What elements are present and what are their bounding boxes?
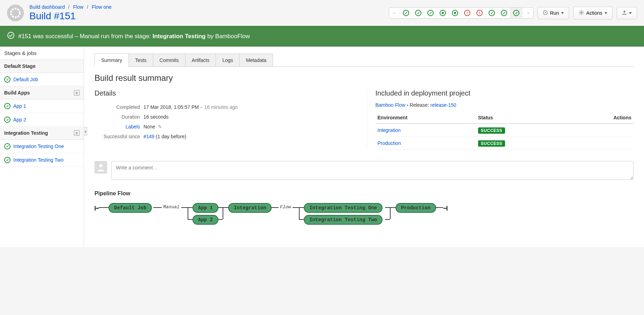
pipeline-end-icon: ⊣ — [443, 204, 448, 212]
sidebar-stage-label: Integration Testing — [4, 130, 48, 136]
col-actions: Actions — [568, 112, 634, 124]
breadcrumb-item-1[interactable]: Flow — [73, 4, 84, 10]
build-nav-item-9[interactable] — [498, 8, 510, 18]
env-link[interactable]: Production — [378, 140, 401, 146]
build-nav-item-2[interactable] — [412, 8, 425, 18]
node-app2[interactable]: App 2 — [192, 215, 218, 225]
build-nav-item-11[interactable]: → — [523, 8, 533, 18]
build-nav-item-3[interactable] — [425, 8, 437, 18]
col-environment: Environment — [376, 112, 476, 124]
svg-line-9 — [583, 14, 583, 14]
success-icon — [4, 157, 10, 163]
deployment-project-link[interactable]: Bamboo Flow — [376, 102, 406, 108]
arrow-right-icon: → — [525, 10, 530, 16]
run-button[interactable]: Run — [538, 7, 569, 19]
since-build-link[interactable]: #149 — [144, 134, 154, 139]
tab-logs[interactable]: Logs — [216, 54, 239, 66]
label-flow: Flow — [280, 204, 291, 210]
failed-icon — [476, 10, 483, 16]
build-nav-item-8[interactable] — [486, 8, 498, 18]
deployment-release-link[interactable]: release-150 — [430, 102, 456, 108]
build-history-nav: ←→ — [389, 7, 533, 19]
success-icon — [489, 10, 495, 16]
label-manual: Manual — [163, 204, 180, 210]
duration-value: 16 seconds — [144, 114, 353, 120]
duration-label: Duration — [94, 114, 144, 120]
sidebar-job-1-1[interactable]: App 2 — [0, 113, 84, 127]
svg-point-12 — [8, 32, 14, 38]
page-header: Build dashboard / Flow / Flow one Build … — [0, 0, 644, 26]
success-icon — [403, 10, 409, 16]
caret-icon — [604, 12, 607, 14]
share-button[interactable] — [617, 7, 637, 19]
build-status-banner: #151 was successful – Manual run from th… — [0, 26, 644, 47]
build-nav-item-4[interactable] — [437, 8, 449, 18]
breadcrumb: Build dashboard / Flow / Flow one — [29, 4, 389, 10]
status-badge: SUCCESS — [478, 140, 505, 147]
node-app1[interactable]: App 1 — [192, 203, 218, 213]
success-icon — [4, 76, 10, 83]
since-value: #149 (1 day before) — [144, 134, 353, 139]
success-icon — [4, 143, 10, 149]
svg-point-3 — [581, 12, 582, 13]
upload-icon — [622, 10, 627, 16]
caret-icon — [629, 12, 632, 14]
build-nav-item-1[interactable] — [400, 8, 412, 18]
sidebar-job-label: Integration Testing Two — [13, 157, 63, 163]
breadcrumb-item-2[interactable]: Flow one — [92, 4, 112, 10]
sidebar: Stages & jobs Default StageDefault JobBu… — [0, 47, 84, 247]
app-logo[interactable] — [7, 5, 24, 21]
sidebar-stage-1[interactable]: Build Apps⏸ — [0, 86, 84, 99]
build-nav-item-10[interactable] — [510, 8, 523, 18]
avatar-icon — [96, 162, 106, 172]
tab-summary[interactable]: Summary — [94, 54, 129, 67]
main-content: SummaryTestsCommitsArtifactsLogsMetadata… — [84, 47, 644, 247]
sidebar-stage-2[interactable]: Integration Testing⏸ — [0, 127, 84, 140]
node-default-job[interactable]: Default Job — [108, 203, 152, 213]
sidebar-job-2-0[interactable]: Integration Testing One — [0, 140, 84, 153]
tab-metadata[interactable]: Metadata — [239, 54, 273, 66]
node-it-one[interactable]: Integration Testing One — [304, 203, 383, 213]
sidebar-stage-0[interactable]: Default Stage — [0, 60, 84, 73]
node-integration[interactable]: Integration — [228, 203, 272, 213]
labels-label[interactable]: Labels — [94, 124, 144, 130]
sidebar-job-label: App 2 — [13, 117, 26, 122]
tabs: SummaryTestsCommitsArtifactsLogsMetadata — [94, 54, 634, 67]
sidebar-job-2-1[interactable]: Integration Testing Two — [0, 153, 84, 167]
environments-table: Environment Status Actions IntegrationSU… — [376, 112, 634, 150]
env-row-0: IntegrationSUCCESS — [376, 124, 634, 137]
build-nav-item-0[interactable]: ← — [389, 8, 400, 18]
arrow-left-icon: ← — [392, 10, 397, 16]
node-it-two[interactable]: Integration Testing Two — [304, 215, 383, 225]
success-icon — [427, 10, 434, 16]
comment-input[interactable] — [111, 161, 634, 180]
env-row-1: ProductionSUCCESS — [376, 137, 634, 150]
svg-point-0 — [11, 8, 20, 17]
edit-labels-icon[interactable]: ✎ — [158, 124, 162, 130]
col-status: Status — [476, 112, 568, 124]
tab-commits[interactable]: Commits — [153, 54, 186, 66]
success-dot-icon — [440, 10, 446, 16]
breadcrumb-item-0[interactable]: Build dashboard — [29, 4, 65, 10]
tab-artifacts[interactable]: Artifacts — [185, 54, 216, 66]
deployment-release-line: Bamboo Flow › Release: release-150 — [376, 102, 634, 108]
sidebar-job-1-0[interactable]: App 1 — [0, 99, 84, 113]
build-nav-item-5[interactable] — [449, 8, 461, 18]
sidebar-collapse-handle[interactable]: ◂ — [84, 127, 87, 135]
env-link[interactable]: Integration — [378, 127, 401, 133]
success-check-icon — [7, 31, 15, 41]
svg-line-11 — [583, 11, 583, 11]
sidebar-job-0-0[interactable]: Default Job — [0, 73, 84, 86]
deployment-heading: Included in deployment project — [376, 89, 634, 97]
sidebar-job-label: Default Job — [13, 77, 38, 82]
tab-tests[interactable]: Tests — [128, 54, 153, 66]
sidebar-heading: Stages & jobs — [0, 47, 84, 60]
play-icon — [543, 10, 548, 16]
node-production[interactable]: Production — [396, 203, 436, 213]
pipeline-heading: Pipeline Flow — [94, 190, 634, 197]
success-dot-icon — [452, 10, 458, 16]
bamboo-icon — [9, 7, 22, 19]
build-nav-item-7[interactable] — [474, 8, 486, 18]
actions-button[interactable]: Actions — [573, 7, 612, 20]
build-nav-item-6[interactable] — [461, 8, 474, 18]
